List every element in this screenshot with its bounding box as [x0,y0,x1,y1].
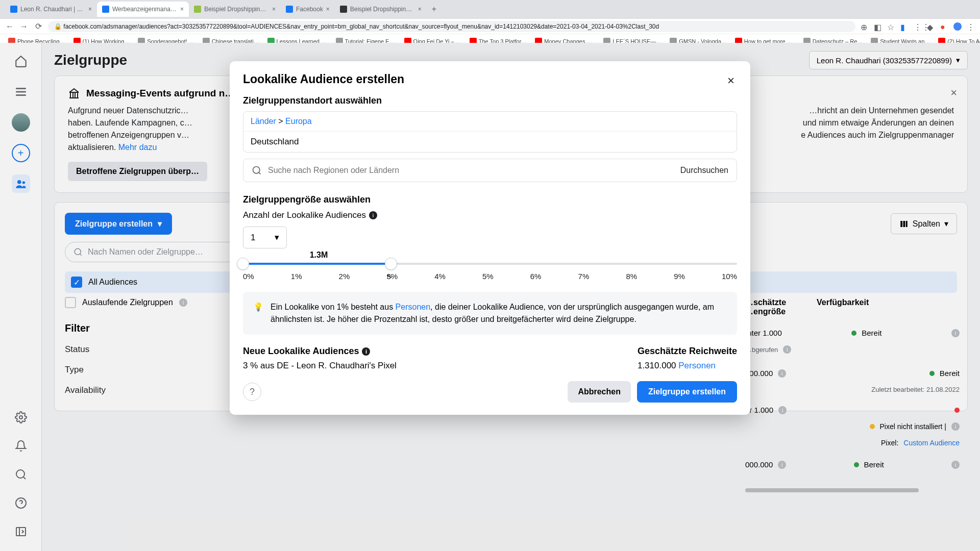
forward-button[interactable]: → [19,22,29,31]
tab-title: Leon R. Chaudhari | Facebook [20,6,85,13]
close-icon[interactable]: × [272,6,276,13]
slider-tick: 1% [291,272,302,281]
slider-tick: 2% [339,272,350,281]
slider-tick: 10% [722,272,737,281]
slider-tick: 8% [626,272,637,281]
audience-count-select[interactable]: 1 ▾ [243,227,287,248]
breadcrumb-link[interactable]: Länder [251,117,276,126]
url-field[interactable]: 🔒 facebook.com/adsmanager/audiences?act=… [48,21,855,32]
close-icon[interactable]: × [326,6,330,13]
puzzle-icon[interactable]: ⋮⋮ [914,22,922,31]
star-icon[interactable]: ☆ [887,22,895,31]
slider-tick: 6% [530,272,542,281]
chevron-down-icon: ▾ [275,232,279,243]
audience-name: 3 % aus DE - Leon R. Chaudhari's Pixel [243,361,397,371]
tab-title: Beispiel Dropshipping Store - … [204,6,269,13]
info-icon[interactable]: i [362,347,370,356]
browser-tab[interactable]: Facebook× [281,2,335,17]
tab-title: Facebook [296,6,323,13]
breadcrumb-sep: > [276,117,285,126]
percentage-slider[interactable]: 1.3M 0%1%2%3%4%5%6%7%8%9%10% ↖ [243,263,737,281]
field-label: Anzahl der Lookalike Audiences [243,210,366,220]
close-icon[interactable]: × [180,6,184,13]
create-audience-button[interactable]: Zielgruppe erstellen [637,381,737,403]
browse-link[interactable]: Durchsuchen [680,166,728,175]
avatar-icon[interactable] [953,22,962,31]
help-button[interactable]: ? [243,383,261,401]
cancel-button[interactable]: Abbrechen [568,381,631,403]
slider-tick: 7% [578,272,590,281]
close-icon[interactable]: × [88,6,92,13]
browser-tab[interactable]: Beispiel Dropshipping Store× [335,2,427,17]
browser-tab[interactable]: Werbeanzeigenmanager - Ziel…× [97,2,189,17]
slider-handle[interactable] [385,258,397,270]
zoom-icon[interactable]: ⊕ [861,22,869,31]
slider-tick: 4% [434,272,446,281]
app-root: + Zielgruppe Leon R. Chaudhari (30325357… [0,43,980,551]
selected-country[interactable]: Deutschland [243,132,737,152]
tip-box: 💡 Ein Lookalike von 1% besteht aus Perso… [243,292,737,335]
slider-tick: 0% [243,272,254,281]
location-box: Länder > Europa Deutschland [243,111,737,153]
section-heading: Zielgruppenstandort auswählen [243,95,737,106]
link[interactable]: Personen [678,361,716,370]
slider-tick: 5% [482,272,494,281]
url-text: facebook.com/adsmanager/audiences?act=30… [63,23,659,30]
breadcrumb-link[interactable]: Europa [285,117,312,126]
breadcrumb: Länder > Europa [243,112,737,132]
slider-tick: 9% [674,272,685,281]
address-bar: ← → ⟳ 🔒 facebook.com/adsmanager/audience… [0,18,980,34]
extension-icon[interactable]: ◧ [874,22,882,31]
lightbulb-icon: 💡 [253,301,263,325]
modal-backdrop: × Lookalike Audience erstellen Zielgrupp… [0,43,980,551]
slider-handle[interactable] [237,258,249,270]
close-icon[interactable]: × [418,6,422,13]
slider-value: 1.3M [310,251,328,260]
reach-value: 1.310.000 [638,361,678,370]
modal-title: Lookalike Audience erstellen [243,72,737,86]
browser-tab[interactable]: Beispiel Dropshipping Store - …× [189,2,281,17]
back-button[interactable]: ← [5,22,14,31]
tip-text: Ein Lookalike von 1% besteht aus [271,303,396,311]
browser-chrome: Leon R. Chaudhari | Facebook× Werbeanzei… [0,0,980,43]
search-field[interactable] [268,166,674,175]
section-heading: Zielgruppengröße auswählen [243,194,737,205]
subheading: Geschätzte Reichweite [638,346,737,357]
tab-title: Werbeanzeigenmanager - Ziel… [112,6,177,13]
info-icon[interactable]: i [369,211,377,219]
reload-button[interactable]: ⟳ [34,22,43,31]
browser-tab[interactable]: Leon R. Chaudhari | Facebook× [5,2,97,17]
tab-strip: Leon R. Chaudhari | Facebook× Werbeanzei… [0,0,980,18]
subheading: Neue Lookalike Audiences [243,346,359,357]
extension-icon[interactable]: ◆ [927,22,935,31]
tab-title: Beispiel Dropshipping Store [350,6,415,13]
menu-icon[interactable]: ⋮ [967,22,975,31]
new-tab-button[interactable]: + [427,5,442,14]
region-search[interactable]: Durchsuchen [243,159,737,182]
close-button[interactable]: × [722,71,740,90]
link[interactable]: Personen [396,303,431,311]
search-icon [252,165,262,176]
fb-extension-icon[interactable]: ▮ [900,22,909,31]
lookalike-modal: × Lookalike Audience erstellen Zielgrupp… [230,61,750,415]
select-value: 1 [251,233,255,243]
svg-line-18 [259,172,261,174]
svg-point-17 [253,167,260,173]
extension-icon[interactable]: ● [940,22,948,31]
